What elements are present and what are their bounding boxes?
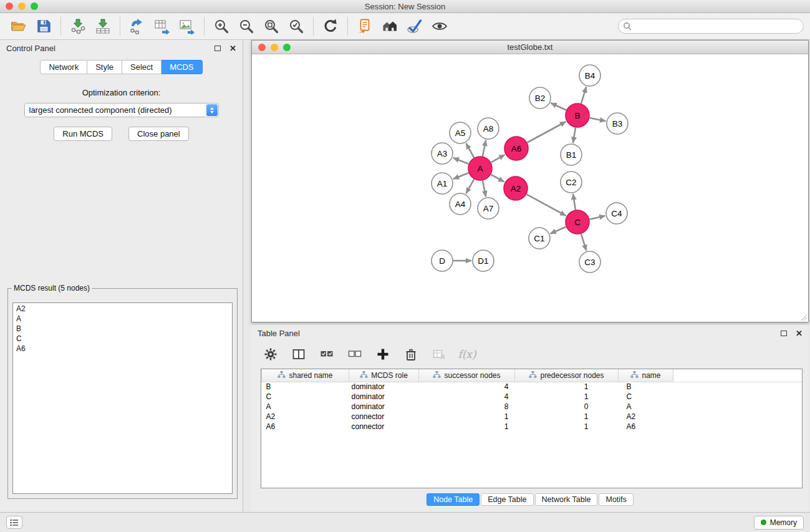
control-tab-network[interactable]: Network xyxy=(40,60,87,74)
graph-node-C[interactable]: C xyxy=(566,210,589,234)
save-session-button[interactable] xyxy=(31,14,56,38)
graph-edge-A6-B[interactable] xyxy=(528,122,566,143)
select-all-button[interactable] xyxy=(319,346,335,362)
graph-node-B4[interactable]: B4 xyxy=(579,65,600,86)
graph-node-D1[interactable]: D1 xyxy=(473,250,494,271)
network-close-button[interactable] xyxy=(258,44,266,51)
graph-node-C1[interactable]: C1 xyxy=(529,228,550,249)
float-table-panel-icon[interactable] xyxy=(781,331,787,336)
zoom-out-button[interactable] xyxy=(234,14,259,38)
graph-node-A5[interactable]: A5 xyxy=(450,122,471,143)
table-row[interactable]: Adominator80A xyxy=(262,402,803,412)
column-header-predecessor-nodes[interactable]: predecessor nodes xyxy=(515,369,619,382)
network-graph[interactable]: B4B2BB3B1A5A8A6A3AA1A2C2A4A7C4CC1C3DD1 xyxy=(252,55,808,322)
graph-edge-A-A7[interactable] xyxy=(483,181,486,197)
import-table-button[interactable] xyxy=(90,14,115,38)
memory-button[interactable]: Memory xyxy=(754,516,804,530)
mcds-result-item[interactable]: B xyxy=(13,324,232,334)
graph-edge-B-B4[interactable] xyxy=(581,87,586,104)
graphics-details-button[interactable] xyxy=(377,14,402,38)
graph-edge-B-B1[interactable] xyxy=(573,128,576,143)
graph-edge-B-B3[interactable] xyxy=(590,118,606,121)
zoom-fit-button[interactable] xyxy=(259,14,284,38)
table-tab-motifs[interactable]: Motifs xyxy=(599,493,633,506)
control-tab-select[interactable]: Select xyxy=(122,60,162,74)
first-neighbors-button[interactable] xyxy=(352,14,377,38)
refresh-layout-button[interactable] xyxy=(318,14,343,38)
graph-edge-A-A5[interactable] xyxy=(466,143,474,158)
open-session-button[interactable] xyxy=(6,14,31,38)
graph-edge-C-C3[interactable] xyxy=(581,234,586,251)
network-minimize-button[interactable] xyxy=(271,44,278,51)
graph-node-C3[interactable]: C3 xyxy=(579,251,600,273)
graph-node-D[interactable]: D xyxy=(432,250,453,271)
run-mcds-button[interactable]: Run MCDS xyxy=(54,127,112,141)
delete-table-button[interactable] xyxy=(431,346,447,362)
network-window-titlebar[interactable]: testGlobe.txt xyxy=(252,41,808,54)
search-input[interactable] xyxy=(618,19,804,34)
optimization-select[interactable]: largest connected component (directed) xyxy=(24,103,219,117)
graph-node-C4[interactable]: C4 xyxy=(606,203,627,224)
graph-node-A1[interactable]: A1 xyxy=(432,173,453,194)
mcds-result-item[interactable]: A6 xyxy=(13,344,232,354)
mcds-result-item[interactable]: A2 xyxy=(13,304,232,314)
export-image-button[interactable] xyxy=(175,14,200,38)
close-panel-icon[interactable]: ✕ xyxy=(229,44,236,52)
combo-stepper-icon[interactable] xyxy=(206,104,218,116)
deselect-all-button[interactable] xyxy=(347,346,363,362)
minimize-window-button[interactable] xyxy=(18,2,26,10)
export-network-button[interactable] xyxy=(125,14,150,38)
mcds-result-item[interactable]: A xyxy=(13,314,232,324)
export-table-button[interactable] xyxy=(150,14,175,38)
table-settings-button[interactable] xyxy=(263,346,279,362)
graph-edge-A-A8[interactable] xyxy=(483,140,486,157)
table-row[interactable]: Cdominator41C xyxy=(262,392,803,402)
graph-edge-A-A3[interactable] xyxy=(453,158,469,164)
table-row[interactable]: A6connector11A6 xyxy=(262,422,803,432)
graph-edge-A-A4[interactable] xyxy=(466,179,474,193)
table-tab-network-table[interactable]: Network Table xyxy=(535,493,598,506)
apply-style-button[interactable] xyxy=(402,14,427,38)
graph-node-A6[interactable]: A6 xyxy=(504,137,528,160)
network-canvas[interactable]: B4B2BB3B1A5A8A6A3AA1A2C2A4A7C4CC1C3DD1 xyxy=(252,55,808,322)
graph-node-B1[interactable]: B1 xyxy=(561,144,582,165)
show-panels-button[interactable] xyxy=(6,516,22,529)
graph-edge-A-A1[interactable] xyxy=(453,173,469,179)
show-column-button[interactable] xyxy=(291,346,307,362)
zoom-selected-button[interactable] xyxy=(284,14,309,38)
graph-edge-C-C1[interactable] xyxy=(551,227,566,234)
graph-edge-B-B2[interactable] xyxy=(551,103,566,110)
zoom-window-button[interactable] xyxy=(31,2,38,10)
table-row[interactable]: A2connector11A2 xyxy=(262,412,803,422)
graph-node-A3[interactable]: A3 xyxy=(432,143,453,164)
column-header-successor-nodes[interactable]: successor nodes xyxy=(419,369,515,382)
graph-edge-A-A2[interactable] xyxy=(491,175,504,182)
mcds-result-list[interactable]: A2ABCA6 xyxy=(12,302,233,494)
mcds-result-item[interactable]: C xyxy=(13,334,232,344)
function-builder-button[interactable]: f(x) xyxy=(459,346,475,362)
control-tab-mcds[interactable]: MCDS xyxy=(162,60,202,74)
table-tab-edge-table[interactable]: Edge Table xyxy=(481,493,533,506)
graph-edge-C-C4[interactable] xyxy=(590,216,605,220)
graph-node-B[interactable]: B xyxy=(566,104,589,127)
column-header-shared-name[interactable]: shared name xyxy=(262,369,349,382)
graph-node-A7[interactable]: A7 xyxy=(478,198,499,219)
control-tab-style[interactable]: Style xyxy=(87,60,122,74)
delete-column-button[interactable] xyxy=(403,346,419,362)
resize-grip-icon[interactable] xyxy=(801,314,808,321)
float-panel-icon[interactable] xyxy=(215,46,221,51)
import-network-button[interactable] xyxy=(65,14,90,38)
birds-eye-button[interactable] xyxy=(427,14,452,38)
node-table[interactable]: shared nameMCDS rolesuccessor nodesprede… xyxy=(261,369,802,432)
graph-node-A[interactable]: A xyxy=(468,157,492,180)
close-panel-button[interactable]: Close panel xyxy=(128,127,189,141)
graph-edge-C-C2[interactable] xyxy=(573,194,576,210)
graph-node-B3[interactable]: B3 xyxy=(607,113,628,134)
graph-node-B2[interactable]: B2 xyxy=(529,87,551,109)
network-zoom-button[interactable] xyxy=(283,44,291,51)
table-tab-node-table[interactable]: Node Table xyxy=(427,493,480,506)
close-table-panel-icon[interactable]: ✕ xyxy=(796,329,803,337)
graph-edge-A2-C[interactable] xyxy=(527,195,566,216)
zoom-in-button[interactable] xyxy=(209,14,234,38)
column-header-name[interactable]: name xyxy=(619,369,673,382)
